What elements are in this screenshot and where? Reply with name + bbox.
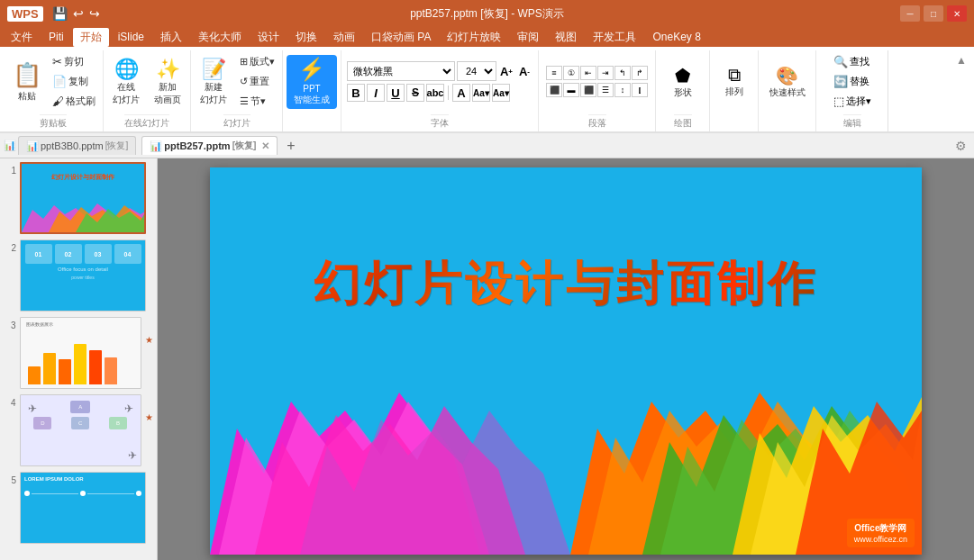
increase-indent-button[interactable]: ⇥ xyxy=(597,66,614,80)
font-size-inc-button[interactable]: A+ xyxy=(498,62,514,80)
watermark: Office教学网 www.officez.cn xyxy=(847,519,915,547)
section-button[interactable]: ☰ 节▾ xyxy=(236,93,278,111)
layout-button[interactable]: ⊞ 版式▾ xyxy=(236,53,278,71)
close-btn[interactable]: ✕ xyxy=(947,5,967,22)
online-slide-group: 🌐 在线幻灯片 ✨ 新加动画页 在线幻灯片 xyxy=(104,50,191,131)
justify-button[interactable]: ☰ xyxy=(597,83,614,97)
slide-img-4: A D C B ✈ ✈ ✈ xyxy=(20,394,141,466)
find-icon: 🔍 xyxy=(833,55,848,68)
replace-button[interactable]: 🔄 替换 xyxy=(830,73,875,90)
shapes-icon: ⬟ xyxy=(675,65,690,86)
cut-button[interactable]: ✂ 剪切 xyxy=(49,53,99,71)
section-icon: ☰ xyxy=(240,95,249,107)
slide-num-3: 3 xyxy=(4,317,16,330)
shapes-button[interactable]: ⬟ 形状 xyxy=(661,64,705,100)
quick-save-icon[interactable]: 💾 xyxy=(52,6,68,21)
select-icon: ⬚ xyxy=(833,95,844,108)
ribbon: 📋 粘贴 ✂ 剪切 📄 复制 🖌 格式刷 xyxy=(0,47,974,133)
slide-thumb-3[interactable]: 3 图表数据展示 ★ xyxy=(4,317,153,389)
font-size-select[interactable]: 24 xyxy=(457,61,496,81)
new-slide-icon: 📝 xyxy=(202,58,226,81)
arrange-button[interactable]: ⧉ 排列 xyxy=(714,64,754,100)
new-slide-button[interactable]: 📝 新建幻灯片 xyxy=(195,56,232,108)
slide-num-4: 4 xyxy=(4,394,16,408)
slide-thumb-1[interactable]: 1 幻灯片设计与封面制作 xyxy=(4,162,153,234)
font-size-dec-button[interactable]: A- xyxy=(516,62,533,80)
tab1[interactable]: 📊 pptB3B0.pptm [恢复] xyxy=(18,136,136,155)
menu-animation[interactable]: 动画 xyxy=(326,28,362,47)
number-list-button[interactable]: ① xyxy=(563,66,579,80)
font-name-select[interactable]: 微软雅黑 xyxy=(347,61,455,81)
slide-thumb-2[interactable]: 2 01 02 03 04 Office focus on detail pow… xyxy=(4,239,153,312)
find-button[interactable]: 🔍 查找 xyxy=(830,53,875,70)
tab2[interactable]: 📊 pptB257.pptm [恢复] ✕ xyxy=(141,136,278,155)
collapse-ribbon-button[interactable]: ▲ xyxy=(956,54,967,67)
ltr-button[interactable]: ↱ xyxy=(632,66,648,80)
editing-group: 🔍 查找 🔄 替换 ⬚ 选择▾ 编辑 xyxy=(816,50,888,131)
tab-settings-icon[interactable]: ⚙ xyxy=(951,137,970,155)
reset-button[interactable]: ↺ 重置 xyxy=(236,73,278,91)
tab1-label: pptB3B0.pptm xyxy=(41,140,104,151)
align-center-button[interactable]: ▬ xyxy=(563,83,579,97)
menu-pa[interactable]: 口袋动画 PA xyxy=(364,28,438,47)
ppt-generate-label: PPT智能生成 xyxy=(294,84,330,106)
editing-group-label: 编辑 xyxy=(843,114,861,131)
menu-slideshow[interactable]: 幻灯片放映 xyxy=(440,28,508,47)
menu-file[interactable]: 文件 xyxy=(4,28,40,47)
slide-thumb-5[interactable]: 5 LOREM IPSUM DOLOR xyxy=(4,472,153,544)
menu-beautify[interactable]: 美化大师 xyxy=(191,28,249,47)
paste-icon: 📋 xyxy=(13,61,41,89)
online-slide-label: 在线幻灯片 xyxy=(113,81,140,106)
font-style-button[interactable]: Aa▾ xyxy=(492,84,510,102)
line-spacing-button[interactable]: ↕ xyxy=(614,83,631,97)
font-color-button[interactable]: A xyxy=(452,84,470,102)
new-slide-label: 新建幻灯片 xyxy=(200,81,227,106)
menu-home[interactable]: 开始 xyxy=(73,28,109,47)
shadow-button[interactable]: abc xyxy=(426,84,444,102)
title-text: pptB257.pptm [恢复] - WPS演示 xyxy=(410,6,564,22)
italic-button[interactable]: I xyxy=(367,84,385,102)
maximize-btn[interactable]: □ xyxy=(924,5,943,22)
add-tab-button[interactable]: + xyxy=(279,136,302,156)
copy-button[interactable]: 📄 复制 xyxy=(49,73,99,91)
ppt-generate-button[interactable]: ⚡ PPT智能生成 xyxy=(287,55,337,109)
select-label: 选择▾ xyxy=(846,95,871,108)
char-spacing-button[interactable]: Aa▾ xyxy=(472,84,490,102)
menu-developer[interactable]: 开发工具 xyxy=(586,28,643,47)
menu-islide[interactable]: iSlide xyxy=(111,29,151,45)
menu-transition[interactable]: 切换 xyxy=(288,28,324,47)
slide-thumb-4[interactable]: 4 A D C B ✈ ✈ ✈ ★ xyxy=(4,394,153,466)
align-left-button[interactable]: ⬛ xyxy=(546,83,562,97)
align-right-button[interactable]: ⬛ xyxy=(580,83,596,97)
menu-review[interactable]: 审阅 xyxy=(510,28,546,47)
format-painter-button[interactable]: 🖌 格式刷 xyxy=(49,93,99,111)
cut-icon: ✂ xyxy=(52,55,62,68)
menu-piti[interactable]: Piti xyxy=(41,29,71,45)
rtl-button[interactable]: ↰ xyxy=(614,66,631,80)
quick-style-button[interactable]: 🎨 快速样式 xyxy=(762,64,812,100)
online-slide-button[interactable]: 🌐 在线幻灯片 xyxy=(107,56,145,108)
tab2-suffix: [恢复] xyxy=(232,140,257,152)
bold-button[interactable]: B xyxy=(347,84,365,102)
minimize-btn[interactable]: ─ xyxy=(900,5,920,22)
menu-onekey[interactable]: OneKey 8 xyxy=(645,29,707,45)
menu-insert[interactable]: 插入 xyxy=(153,28,189,47)
quick-style-label: 快速样式 xyxy=(769,86,806,99)
menu-view[interactable]: 视图 xyxy=(548,28,584,47)
shapes-label: 形状 xyxy=(674,86,692,99)
paste-button[interactable]: 📋 粘贴 xyxy=(7,56,47,108)
menu-design[interactable]: 设计 xyxy=(250,28,287,47)
quick-redo-icon[interactable]: ↪ xyxy=(89,6,100,21)
decrease-indent-button[interactable]: ⇤ xyxy=(580,66,596,80)
strikethrough-button[interactable]: S xyxy=(406,84,424,102)
select-button[interactable]: ⬚ 选择▾ xyxy=(830,93,875,110)
underline-button[interactable]: U xyxy=(387,84,405,102)
watermark-line1: Office教学网 xyxy=(854,522,907,535)
slide-group: 📝 新建幻灯片 ⊞ 版式▾ ↺ 重置 ☰ 节▾ xyxy=(191,50,283,131)
columns-button[interactable]: ⫿ xyxy=(632,83,648,97)
bullet-list-button[interactable]: ≡ xyxy=(546,66,562,80)
tab2-close-icon[interactable]: ✕ xyxy=(261,140,269,152)
add-animation-button[interactable]: ✨ 新加动画页 xyxy=(149,56,187,108)
quick-undo-icon[interactable]: ↩ xyxy=(73,6,84,21)
copy-icon: 📄 xyxy=(52,75,67,88)
